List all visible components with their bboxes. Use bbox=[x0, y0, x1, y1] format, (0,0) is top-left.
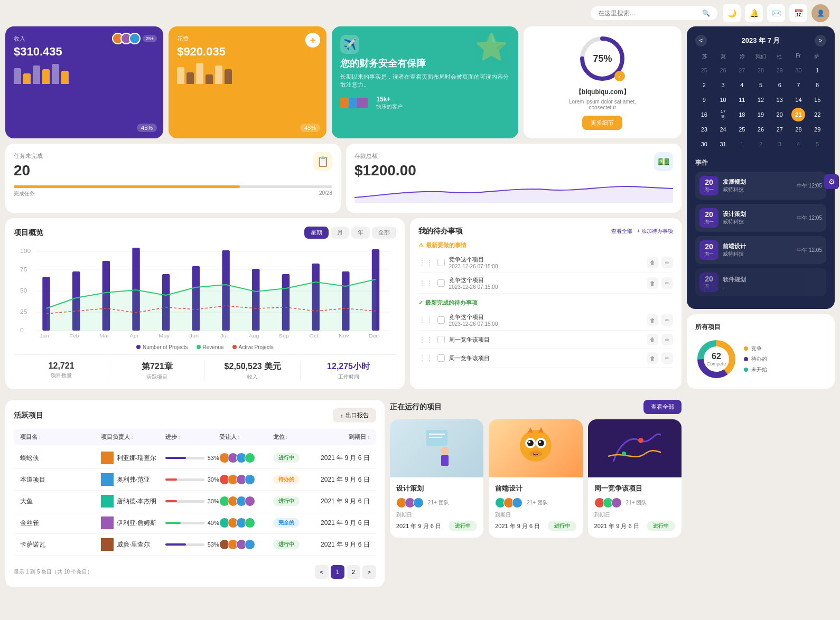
search-input[interactable] bbox=[598, 10, 698, 17]
todo-delete-btn-2[interactable]: 🗑 bbox=[647, 277, 658, 289]
cal-day-28-prev[interactable]: 28 bbox=[754, 63, 768, 77]
cal-day-29[interactable]: 29 bbox=[810, 123, 824, 136]
drag-handle-2[interactable]: ⋮⋮ bbox=[418, 279, 433, 287]
cal-day-26[interactable]: 26 bbox=[754, 123, 768, 136]
todo-checkbox-5[interactable] bbox=[437, 354, 445, 362]
project-status-2[interactable]: 进行中 bbox=[548, 521, 576, 531]
todo-checkbox-1[interactable] bbox=[437, 259, 445, 266]
cal-day-2[interactable]: 2 bbox=[697, 78, 711, 92]
event-2-weekday: 周一 bbox=[702, 219, 716, 226]
moon-icon[interactable]: 🌙 bbox=[723, 4, 741, 22]
drag-handle-3[interactable]: ⋮⋮ bbox=[418, 316, 433, 324]
drag-handle-5[interactable]: ⋮⋮ bbox=[418, 354, 433, 362]
cal-day-25[interactable]: 25 bbox=[735, 123, 749, 136]
export-button[interactable]: ↑ 出口报告 bbox=[333, 408, 376, 422]
todo-delete-btn-3[interactable]: 🗑 bbox=[647, 314, 658, 326]
todo-add-link[interactable]: + 添加待办事项 bbox=[637, 228, 673, 235]
status-badge-4: 完全的 bbox=[273, 518, 300, 528]
cal-day-3-next[interactable]: 3 bbox=[773, 137, 787, 151]
more-details-button[interactable]: 更多细节 bbox=[582, 116, 622, 130]
todo-edit-btn-4[interactable]: ✏ bbox=[661, 334, 673, 345]
cal-day-27[interactable]: 27 bbox=[773, 123, 787, 136]
settings-fab[interactable]: ⚙ bbox=[824, 174, 839, 189]
avatar[interactable]: 👤 bbox=[811, 4, 829, 22]
cal-day-22[interactable]: 22 bbox=[810, 108, 824, 121]
todo-edit-btn-5[interactable]: ✏ bbox=[661, 352, 673, 364]
todo-text-4: 周一竞争该项目 bbox=[449, 336, 642, 344]
todo-edit-btn-2[interactable]: ✏ bbox=[661, 277, 673, 289]
bell-icon[interactable]: 🔔 bbox=[745, 4, 763, 22]
event-3-time: 中午 12:05 bbox=[797, 247, 822, 254]
cal-day-20[interactable]: 20 bbox=[773, 108, 787, 121]
mail-icon[interactable]: ✉️ bbox=[767, 4, 785, 22]
cal-day-27-prev[interactable]: 27 bbox=[735, 63, 749, 77]
todo-checkbox-4[interactable] bbox=[437, 336, 445, 343]
cal-day-4[interactable]: 4 bbox=[735, 78, 749, 92]
cal-day-12[interactable]: 12 bbox=[754, 93, 768, 107]
th-name[interactable]: 项目名 ↕ bbox=[20, 433, 101, 441]
tab-week[interactable]: 星期 bbox=[304, 227, 329, 239]
cal-day-19[interactable]: 19 bbox=[754, 108, 768, 121]
project-status-3[interactable]: 进行中 bbox=[647, 521, 675, 531]
tab-all[interactable]: 全部 bbox=[372, 227, 396, 239]
cal-day-1[interactable]: 1 bbox=[810, 63, 824, 77]
cal-day-16[interactable]: 16 bbox=[697, 108, 711, 121]
calendar-icon[interactable]: 📅 bbox=[789, 4, 807, 22]
cal-day-28[interactable]: 28 bbox=[791, 123, 805, 136]
cal-day-7[interactable]: 7 bbox=[791, 78, 805, 92]
todo-edit-btn-3[interactable]: ✏ bbox=[661, 314, 673, 326]
cal-day-23[interactable]: 23 bbox=[697, 123, 711, 136]
cal-day-3[interactable]: 3 bbox=[716, 78, 730, 92]
th-status[interactable]: 龙位 ↕ bbox=[273, 433, 316, 441]
view-all-button[interactable]: 查看全部 bbox=[643, 400, 682, 414]
todo-edit-btn-1[interactable]: ✏ bbox=[661, 257, 673, 268]
cal-day-5[interactable]: 5 bbox=[754, 78, 768, 92]
cal-day-11[interactable]: 11 bbox=[735, 93, 749, 107]
cal-day-14[interactable]: 14 bbox=[791, 93, 805, 107]
todo-delete-btn-5[interactable]: 🗑 bbox=[647, 352, 658, 364]
cal-day-9[interactable]: 9 bbox=[697, 93, 711, 107]
project-status-1[interactable]: 进行中 bbox=[449, 521, 477, 531]
cal-day-24[interactable]: 24 bbox=[716, 123, 730, 136]
page-1-btn[interactable]: 1 bbox=[331, 565, 344, 579]
drag-handle-1[interactable]: ⋮⋮ bbox=[418, 258, 433, 267]
page-next-btn[interactable]: > bbox=[362, 565, 376, 579]
search-box[interactable]: 🔍 bbox=[591, 6, 717, 20]
cal-day-17[interactable]: 17号 bbox=[716, 108, 730, 121]
cal-day-8[interactable]: 8 bbox=[810, 78, 824, 92]
cal-day-21-today[interactable]: 21 bbox=[791, 108, 805, 121]
todo-checkbox-3[interactable] bbox=[437, 316, 445, 324]
cal-day-30[interactable]: 30 bbox=[697, 137, 711, 151]
cal-day-10[interactable]: 10 bbox=[716, 93, 730, 107]
cal-day-15[interactable]: 15 bbox=[810, 93, 824, 107]
tab-year[interactable]: 年 bbox=[351, 227, 370, 239]
cal-day-25-prev[interactable]: 25 bbox=[697, 63, 711, 77]
tab-month[interactable]: 月 bbox=[331, 227, 349, 239]
cal-day-30-prev[interactable]: 30 bbox=[791, 63, 805, 77]
th-manager[interactable]: 项目负责人 ↕ bbox=[101, 433, 165, 441]
todo-delete-btn-1[interactable]: 🗑 bbox=[647, 257, 658, 268]
cal-day-4-next[interactable]: 4 bbox=[791, 137, 805, 151]
cal-day-18[interactable]: 18 bbox=[735, 108, 749, 121]
page-2-btn[interactable]: 2 bbox=[347, 565, 360, 579]
manager-avatar-5 bbox=[101, 538, 114, 551]
cal-day-29-prev[interactable]: 29 bbox=[773, 63, 787, 77]
cal-day-13[interactable]: 13 bbox=[773, 93, 787, 107]
cal-day-1-next[interactable]: 1 bbox=[735, 137, 749, 151]
drag-handle-4[interactable]: ⋮⋮ bbox=[418, 335, 433, 344]
cal-day-26-prev[interactable]: 26 bbox=[716, 63, 730, 77]
th-due[interactable]: 到期日 ↕ bbox=[316, 433, 370, 441]
cal-day-6[interactable]: 6 bbox=[773, 78, 787, 92]
todo-viewall-link[interactable]: 查看全部 bbox=[611, 228, 632, 235]
calendar-prev-btn[interactable]: < bbox=[695, 35, 707, 46]
calendar-next-btn[interactable]: > bbox=[815, 35, 826, 46]
th-progress[interactable]: 进步 ↕ bbox=[165, 433, 219, 441]
todo-checkbox-2[interactable] bbox=[437, 279, 445, 287]
cal-day-5-next[interactable]: 5 bbox=[810, 137, 824, 151]
page-prev-btn[interactable]: < bbox=[315, 565, 329, 579]
cal-day-31[interactable]: 31 bbox=[716, 137, 730, 151]
cal-day-2-next[interactable]: 2 bbox=[754, 137, 768, 151]
todo-date-1: 2023-12-26 07:15:00 bbox=[449, 264, 642, 269]
th-assignee[interactable]: 受让人 ↕ bbox=[219, 433, 273, 441]
todo-delete-btn-4[interactable]: 🗑 bbox=[647, 334, 658, 345]
